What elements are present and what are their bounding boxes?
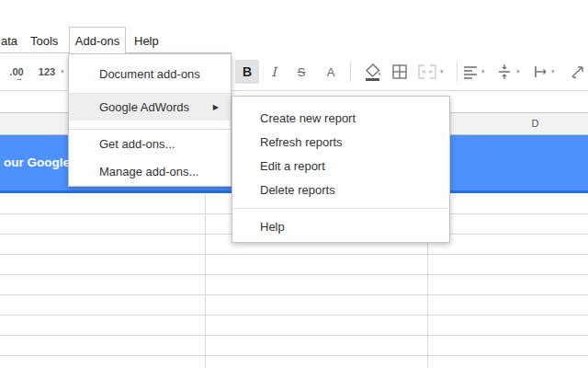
menu-item-manage-add-ons[interactable]: Manage add-ons... [69, 157, 231, 185]
menu-item-google-adwords[interactable]: Google AdWords ▶ [69, 94, 231, 121]
text-color-button[interactable]: A [322, 53, 340, 90]
chevron-down-icon[interactable]: ▾ [481, 53, 485, 90]
banner-text: our Google [4, 135, 70, 190]
menu-data[interactable]: ata [1, 34, 17, 49]
merge-cells-button[interactable] [416, 53, 438, 90]
text-rotation-button[interactable] [569, 53, 587, 90]
sheets-app-window: D our Google ata Tools Help Add-ons .00 … [0, 0, 588, 368]
fill-color-button[interactable] [362, 53, 384, 90]
chevron-down-icon[interactable]: ▾ [551, 53, 555, 90]
chevron-down-icon[interactable]: ▾ [440, 53, 444, 90]
submenu-arrow-icon: ▶ [213, 103, 219, 111]
paint-bucket-icon [363, 63, 383, 82]
toolbar-divider [457, 62, 458, 82]
italic-button[interactable]: I [265, 53, 283, 90]
menu-item-label: Google AdWords [99, 100, 189, 114]
number-format-button[interactable]: 123 [35, 53, 59, 90]
increase-decimals-button[interactable]: .00 → [2, 53, 31, 90]
submenu-item-create-new-report[interactable]: Create new report [232, 106, 449, 130]
borders-button[interactable] [389, 53, 411, 90]
menu-tools[interactable]: Tools [30, 34, 58, 49]
chevron-down-icon[interactable]: ▾ [61, 53, 64, 90]
text-wrap-button[interactable] [532, 53, 550, 90]
menu-item-document-add-ons[interactable]: Document add-ons [69, 54, 231, 93]
addons-dropdown-menu: Document add-ons Google AdWords ▶ Get ad… [68, 53, 232, 187]
text-rotation-icon [570, 64, 586, 79]
bold-button[interactable]: B [235, 60, 259, 84]
chevron-down-icon[interactable]: ▾ [516, 53, 520, 90]
submenu-item-help[interactable]: Help [232, 214, 449, 238]
menu-addons-open[interactable]: Add-ons [69, 27, 126, 53]
submenu-item-edit-a-report[interactable]: Edit a report [232, 154, 449, 178]
grid-column-line [205, 194, 206, 368]
vertical-align-button[interactable] [495, 53, 514, 90]
strikethrough-button[interactable]: S [292, 53, 311, 90]
decimal-arrow-icon: → [15, 74, 23, 83]
menu-item-get-add-ons[interactable]: Get add-ons... [69, 130, 231, 157]
merge-cells-icon [418, 64, 436, 79]
adwords-submenu: Create new report Refresh reports Edit a… [232, 96, 450, 243]
submenu-item-refresh-reports[interactable]: Refresh reports [232, 130, 449, 154]
text-wrap-icon [533, 64, 549, 79]
submenu-item-delete-reports[interactable]: Delete reports [232, 178, 449, 201]
column-header-d[interactable]: D [427, 118, 588, 129]
menu-help[interactable]: Help [134, 34, 159, 49]
vertical-align-icon [496, 63, 513, 80]
borders-grid-icon [391, 63, 408, 80]
toolbar-divider [350, 62, 351, 82]
horizontal-align-button[interactable] [461, 53, 480, 90]
align-left-icon [462, 64, 479, 79]
